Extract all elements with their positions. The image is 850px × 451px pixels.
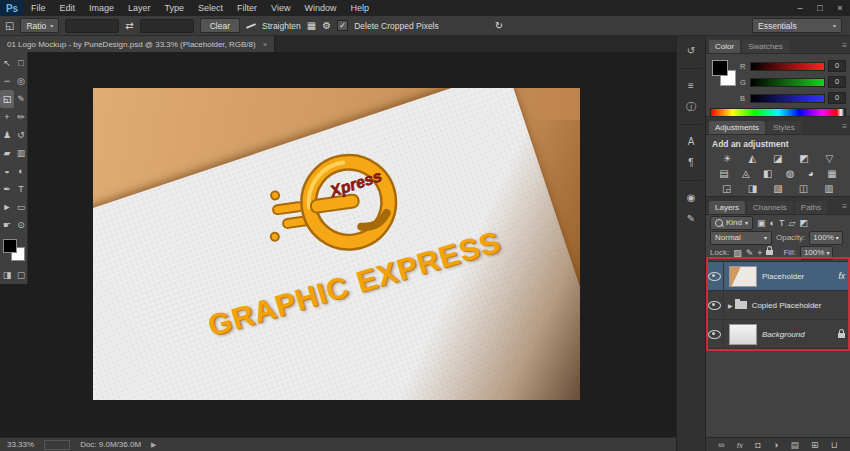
adj-posterize-icon[interactable]: ◨ bbox=[748, 183, 757, 194]
crop-settings-gear-icon[interactable]: ⚙ bbox=[322, 20, 331, 31]
crop-height-input[interactable] bbox=[140, 19, 194, 33]
delete-layer-icon[interactable]: ⊔ bbox=[831, 441, 838, 450]
zoom-tool[interactable]: ⊙ bbox=[14, 216, 28, 234]
menu-edit[interactable]: Edit bbox=[53, 0, 83, 16]
layer-style-fx-badge[interactable]: fx bbox=[838, 271, 845, 281]
filter-adjustment-layers-icon[interactable]: ◐ bbox=[770, 218, 775, 228]
status-options-arrow-icon[interactable]: ▶ bbox=[151, 441, 156, 449]
lock-position-icon[interactable]: + bbox=[757, 248, 762, 258]
layer-row-background[interactable]: Background bbox=[706, 320, 850, 349]
minimize-button[interactable]: – bbox=[790, 0, 810, 16]
menu-image[interactable]: Image bbox=[82, 0, 121, 16]
tab-adjustments[interactable]: Adjustments bbox=[709, 121, 765, 134]
expand-group-icon[interactable]: ▶ bbox=[728, 302, 733, 309]
adj-gradient-map-icon[interactable]: ▥ bbox=[824, 183, 833, 194]
eraser-tool[interactable]: ▰ bbox=[0, 144, 14, 162]
tab-close-icon[interactable]: × bbox=[263, 40, 268, 49]
notes-panel-icon[interactable]: ✎ bbox=[687, 214, 695, 224]
add-layer-mask-icon[interactable]: ◘ bbox=[755, 441, 760, 450]
opacity-field[interactable]: 100% ▾ bbox=[809, 231, 842, 245]
new-adjustment-layer-icon[interactable]: ◑ bbox=[773, 441, 778, 450]
green-slider[interactable] bbox=[750, 78, 825, 87]
filter-pixel-layers-icon[interactable]: ▣ bbox=[757, 218, 766, 228]
adj-invert-icon[interactable]: ◲ bbox=[722, 183, 731, 194]
layer-name[interactable]: Placeholder bbox=[762, 272, 838, 281]
adj-levels-icon[interactable]: ◭ bbox=[749, 153, 757, 164]
foreground-color-swatch[interactable] bbox=[3, 239, 17, 253]
blend-mode-dropdown[interactable]: Normal ▾ bbox=[710, 231, 772, 245]
visibility-toggle[interactable] bbox=[706, 291, 724, 319]
straighten-button[interactable]: Straighten bbox=[262, 21, 301, 31]
adj-vibrance-icon[interactable]: ▽ bbox=[825, 153, 833, 164]
clone-stamp-tool[interactable]: ♟ bbox=[0, 126, 14, 144]
close-button[interactable]: × bbox=[830, 0, 850, 16]
quick-selection-tool[interactable]: ◎ bbox=[14, 72, 28, 90]
foreground-color-swatch[interactable] bbox=[712, 60, 728, 76]
type-tool[interactable]: T bbox=[14, 180, 28, 198]
adj-black-white-icon[interactable]: ◧ bbox=[763, 168, 772, 179]
gradient-tool[interactable]: ▥ bbox=[14, 144, 28, 162]
blue-slider[interactable] bbox=[750, 94, 825, 103]
link-layers-icon[interactable]: ∞ bbox=[718, 441, 724, 450]
tab-layers[interactable]: Layers bbox=[709, 201, 745, 214]
tab-swatches[interactable]: Swatches bbox=[742, 40, 789, 53]
workspace-switcher[interactable]: Essentials ▾ bbox=[752, 18, 842, 33]
info-panel-icon[interactable]: ⓘ bbox=[686, 102, 696, 112]
delete-cropped-pixels-checkbox[interactable]: ✓ bbox=[337, 20, 348, 31]
layer-name[interactable]: Background bbox=[762, 330, 838, 339]
lock-all-icon[interactable] bbox=[766, 250, 773, 255]
lock-transparency-icon[interactable]: ▨ bbox=[733, 248, 742, 258]
adj-curves-icon[interactable]: ◪ bbox=[773, 153, 782, 164]
layer-thumbnail[interactable] bbox=[729, 324, 757, 345]
blue-value[interactable]: 0 bbox=[828, 92, 846, 104]
zoom-level-field[interactable]: 33.33% bbox=[7, 440, 34, 449]
fill-field[interactable]: 100% ▾ bbox=[800, 246, 833, 260]
red-slider[interactable] bbox=[750, 62, 825, 71]
lock-pixels-icon[interactable]: ✎ bbox=[746, 248, 754, 258]
swap-dimensions-icon[interactable]: ⇄ bbox=[125, 20, 133, 31]
marquee-tool[interactable]: □ bbox=[14, 54, 28, 72]
path-selection-tool[interactable]: ► bbox=[0, 198, 14, 216]
brush-tool[interactable]: ✏ bbox=[14, 108, 28, 126]
green-value[interactable]: 0 bbox=[828, 76, 846, 88]
shape-tool[interactable]: ▭ bbox=[14, 198, 28, 216]
layer-filter-kind-dropdown[interactable]: Kind ▾ bbox=[710, 216, 753, 230]
menu-help[interactable]: Help bbox=[343, 0, 376, 16]
adj-selective-color-icon[interactable]: ◫ bbox=[799, 183, 808, 194]
menu-type[interactable]: Type bbox=[158, 0, 192, 16]
filter-shape-layers-icon[interactable]: ▱ bbox=[788, 218, 795, 228]
adj-color-lookup-icon[interactable]: ▦ bbox=[827, 168, 836, 179]
ratio-dropdown[interactable]: Ratio ▾ bbox=[20, 18, 59, 33]
screen-mode-button[interactable]: ▢ bbox=[14, 266, 28, 284]
menu-file[interactable]: File bbox=[24, 0, 53, 16]
layer-row-placeholder[interactable]: Placeholder fx bbox=[706, 262, 850, 291]
paragraph-panel-icon[interactable]: ¶ bbox=[688, 158, 693, 168]
move-tool[interactable]: ↖ bbox=[0, 54, 14, 72]
layer-name[interactable]: Copied Placeholder bbox=[752, 301, 845, 310]
menu-layer[interactable]: Layer bbox=[121, 0, 158, 16]
new-layer-icon[interactable]: ⊞ bbox=[811, 441, 819, 450]
visibility-toggle[interactable] bbox=[706, 262, 724, 290]
restore-button[interactable]: □ bbox=[810, 0, 830, 16]
menu-view[interactable]: View bbox=[264, 0, 297, 16]
eyedropper-tool[interactable]: ✎ bbox=[14, 90, 28, 108]
adj-photo-filter-icon[interactable]: ◍ bbox=[786, 168, 795, 179]
tab-color[interactable]: Color bbox=[709, 40, 740, 53]
adj-exposure-icon[interactable]: ◩ bbox=[799, 153, 808, 164]
panel-menu-icon[interactable]: ≡ bbox=[842, 202, 847, 214]
tab-paths[interactable]: Paths bbox=[795, 201, 827, 214]
document-tab[interactable]: 01 Logo Mockup - by PuneDesign.psd @ 33.… bbox=[0, 36, 275, 52]
clone-source-panel-icon[interactable]: ◉ bbox=[687, 193, 696, 203]
healing-brush-tool[interactable]: + bbox=[0, 108, 14, 126]
adj-brightness-contrast-icon[interactable]: ☀ bbox=[723, 153, 732, 164]
overlay-grid-icon[interactable]: ▦ bbox=[307, 20, 316, 31]
visibility-toggle[interactable] bbox=[706, 320, 724, 348]
reset-icon[interactable]: ↻ bbox=[495, 20, 503, 31]
adj-hue-saturation-icon[interactable]: ▤ bbox=[719, 168, 728, 179]
layer-style-icon[interactable]: fx bbox=[737, 441, 743, 450]
menu-window[interactable]: Window bbox=[297, 0, 343, 16]
character-panel-icon[interactable]: A bbox=[688, 137, 695, 147]
filter-smart-objects-icon[interactable]: ◩ bbox=[799, 218, 808, 228]
dodge-tool[interactable]: ◐ bbox=[14, 162, 28, 180]
pen-tool[interactable]: ✒ bbox=[0, 180, 14, 198]
